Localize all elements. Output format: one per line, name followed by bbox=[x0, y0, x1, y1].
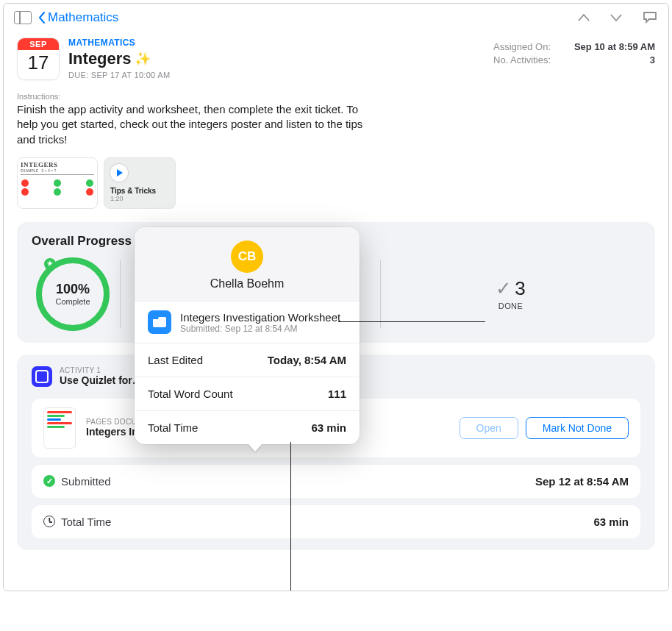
calendar-month: SEP bbox=[18, 38, 59, 50]
attachments-row: INTEGERS EXAMPLE -3 + 4 = ? Tips & Trick… bbox=[4, 147, 668, 222]
popover-word-count-row: Total Word Count 111 bbox=[135, 377, 360, 410]
student-popover: CB Chella Boehm Integers Investigation W… bbox=[135, 227, 360, 444]
progress-ring: 100% Complete bbox=[36, 257, 110, 331]
popover-file-subtitle: Submitted: Sep 12 at 8:54 AM bbox=[180, 324, 340, 334]
folder-icon bbox=[148, 310, 171, 334]
activities-count-value: 3 bbox=[650, 54, 655, 65]
progress-percent: 100% bbox=[56, 282, 90, 297]
done-label: DONE bbox=[498, 302, 523, 310]
total-time-value: 63 min bbox=[593, 516, 629, 528]
mark-not-done-button[interactable]: Mark Not Done bbox=[526, 417, 629, 439]
word-count-value: 111 bbox=[328, 388, 346, 400]
chevron-down-icon[interactable] bbox=[610, 13, 623, 23]
student-avatar: CB bbox=[231, 240, 263, 273]
word-count-key: Total Word Count bbox=[148, 388, 233, 400]
back-button[interactable]: Mathematics bbox=[37, 10, 118, 25]
calendar-tile: SEP 17 bbox=[17, 38, 60, 80]
assignment-header: SEP 17 MATHEMATICS Integers ✨ DUE: SEP 1… bbox=[4, 32, 668, 80]
submitted-key: Submitted bbox=[61, 475, 111, 488]
category-label: MATHEMATICS bbox=[68, 38, 485, 48]
tips-attachment[interactable]: Tips & Tricks 1:20 bbox=[104, 157, 176, 209]
popover-total-time-value: 63 min bbox=[311, 421, 346, 434]
last-edited-value: Today, 8:54 AM bbox=[268, 354, 346, 366]
quizlet-icon bbox=[32, 366, 52, 387]
open-button[interactable]: Open bbox=[460, 417, 518, 439]
assignment-title: Integers ✨ bbox=[68, 49, 485, 68]
back-label-text: Mathematics bbox=[48, 10, 118, 25]
popover-total-time-key: Total Time bbox=[148, 421, 198, 434]
last-edited-key: Last Edited bbox=[148, 354, 203, 366]
app-frame: Mathematics SEP 17 MATHEMATICS Integers … bbox=[3, 3, 669, 591]
calendar-day: 17 bbox=[18, 50, 59, 72]
sidebar-toggle-icon[interactable] bbox=[14, 11, 32, 24]
instructions-label: Instructions: bbox=[4, 80, 668, 102]
progress-complete-label: Complete bbox=[55, 297, 90, 306]
tips-duration: 1:20 bbox=[110, 195, 169, 202]
popover-file-title: Integers Investigation Worksheet bbox=[180, 311, 340, 324]
activity-name: Use Quizlet for… bbox=[60, 374, 143, 386]
activities-count-key: No. Activities: bbox=[493, 54, 551, 65]
play-icon bbox=[110, 164, 128, 182]
clock-icon bbox=[43, 516, 55, 527]
top-bar: Mathematics bbox=[4, 4, 668, 32]
popover-total-time-row: Total Time 63 min bbox=[135, 410, 360, 444]
check-icon: ✓ bbox=[496, 277, 512, 300]
done-count: 3 bbox=[515, 277, 525, 300]
callout-leader-bottom bbox=[290, 442, 291, 591]
student-name: Chella Boehm bbox=[210, 277, 285, 290]
chevron-left-icon bbox=[37, 11, 46, 24]
instructions-body: Finish the app activity and worksheet, t… bbox=[4, 102, 386, 147]
assigned-on-key: Assigned On: bbox=[493, 41, 551, 52]
popover-file-item[interactable]: Integers Investigation Worksheet Submitt… bbox=[148, 310, 346, 334]
tips-name: Tips & Tricks bbox=[110, 187, 169, 195]
assignment-meta: Assigned On: Sep 10 at 8:59 AM No. Activ… bbox=[493, 38, 655, 80]
poster-title: INTEGERS bbox=[21, 161, 94, 168]
comment-icon[interactable] bbox=[642, 10, 658, 25]
activity-caption: ACTIVITY 1 bbox=[60, 366, 143, 374]
submitted-value: Sep 12 at 8:54 AM bbox=[535, 475, 629, 488]
popover-last-edited-row: Last Edited Today, 8:54 AM bbox=[135, 343, 360, 377]
total-time-key: Total Time bbox=[61, 516, 111, 528]
document-thumbnail-icon bbox=[43, 407, 76, 449]
total-time-row: Total Time 63 min bbox=[32, 505, 640, 538]
submitted-row: ✓ Submitted Sep 12 at 8:54 AM bbox=[32, 465, 640, 498]
due-label: DUE: SEP 17 AT 10:00 AM bbox=[68, 71, 485, 79]
callout-leader-top bbox=[338, 321, 485, 322]
assigned-on-value: Sep 10 at 8:59 AM bbox=[574, 41, 655, 52]
poster-attachment[interactable]: INTEGERS EXAMPLE -3 + 4 = ? bbox=[17, 157, 98, 209]
sparkles-icon: ✨ bbox=[135, 51, 151, 67]
chevron-up-icon[interactable] bbox=[577, 13, 590, 23]
submitted-check-icon: ✓ bbox=[43, 475, 55, 487]
